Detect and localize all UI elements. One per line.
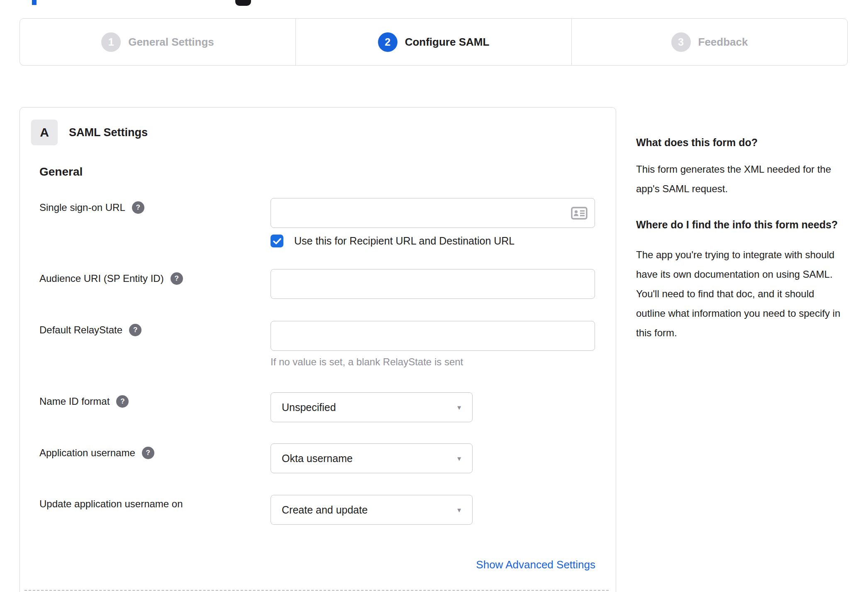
help-body-1: This form generates the XML needed for t… (636, 159, 834, 198)
app-username-value: Okta username (282, 453, 456, 465)
help-icon[interactable]: ? (116, 395, 129, 408)
sso-url-label-row: Single sign-on URL ? (39, 201, 144, 214)
cropped-blue-element (32, 0, 37, 5)
update-username-value: Create and update (282, 504, 456, 516)
wizard-stepper: 1 General Settings 2 Configure SAML 3 Fe… (20, 18, 848, 66)
sso-url-input-wrap (271, 198, 595, 228)
relaystate-label-row: Default RelayState ? (39, 324, 141, 336)
step-number-badge: 1 (101, 32, 121, 52)
step-label: Feedback (698, 36, 748, 49)
relaystate-hint: If no value is set, a blank RelayState i… (271, 356, 463, 368)
app-username-select[interactable]: Okta username ▼ (271, 443, 473, 473)
name-id-format-select[interactable]: Unspecified ▼ (271, 392, 473, 422)
step-number-badge: 2 (378, 32, 397, 52)
audience-uri-input[interactable] (271, 269, 595, 299)
help-panel: What does this form do? This form genera… (636, 136, 843, 342)
sso-url-label: Single sign-on URL (39, 201, 125, 214)
saml-settings-card: A SAML Settings General Single sign-on U… (20, 107, 616, 592)
audience-uri-label: Audience URI (SP Entity ID) (39, 272, 164, 285)
app-username-label: Application username (39, 447, 135, 459)
chevron-down-icon: ▼ (456, 404, 462, 411)
update-username-label-row: Update application username on (39, 498, 183, 510)
step-label: General Settings (128, 36, 214, 49)
card-title: SAML Settings (69, 126, 148, 139)
checkmark-icon (273, 238, 281, 245)
help-body-2: The app you're trying to integrate with … (636, 245, 843, 342)
sso-url-input[interactable] (271, 198, 595, 228)
audience-uri-label-row: Audience URI (SP Entity ID) ? (39, 272, 183, 285)
update-username-select[interactable]: Create and update ▼ (271, 495, 473, 525)
step-general-settings[interactable]: 1 General Settings (20, 19, 295, 65)
update-username-label: Update application username on (39, 498, 183, 510)
cropped-dark-element (235, 0, 251, 6)
contact-card-icon[interactable] (571, 207, 588, 220)
step-configure-saml[interactable]: 2 Configure SAML (295, 19, 571, 65)
recipient-url-checkbox-row: Use this for Recipient URL and Destinati… (271, 235, 514, 247)
relaystate-input[interactable] (271, 321, 595, 351)
recipient-url-checkbox-label: Use this for Recipient URL and Destinati… (294, 235, 514, 247)
recipient-url-checkbox[interactable] (271, 235, 283, 247)
app-username-label-row: Application username ? (39, 447, 154, 459)
help-icon[interactable]: ? (171, 272, 183, 285)
help-heading-2: Where do I find the info this form needs… (636, 217, 843, 232)
chevron-down-icon: ▼ (456, 506, 462, 514)
dashed-divider (24, 590, 609, 591)
help-icon[interactable]: ? (142, 447, 154, 459)
chevron-down-icon: ▼ (456, 455, 462, 462)
help-heading-1: What does this form do? (636, 136, 843, 149)
relaystate-label: Default RelayState (39, 324, 122, 336)
section-a-badge: A (31, 120, 58, 145)
general-section-heading: General (39, 165, 83, 179)
name-id-format-label: Name ID format (39, 395, 110, 408)
step-feedback[interactable]: 3 Feedback (571, 19, 847, 65)
step-number-badge: 3 (671, 32, 691, 52)
step-label: Configure SAML (405, 36, 490, 49)
show-advanced-settings-link[interactable]: Show Advanced Settings (476, 558, 595, 571)
help-icon[interactable]: ? (132, 201, 144, 214)
name-id-format-label-row: Name ID format ? (39, 395, 129, 408)
help-icon[interactable]: ? (129, 324, 141, 336)
name-id-format-value: Unspecified (282, 401, 456, 413)
